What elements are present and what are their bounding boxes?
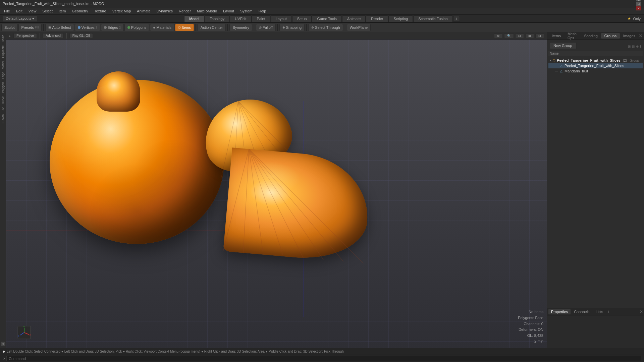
new-group-button[interactable]: New Group	[550, 42, 577, 49]
tab-render[interactable]: Render	[366, 15, 388, 22]
viewport-raygl-button[interactable]: Ray GL: Off	[69, 33, 93, 38]
select-through-button[interactable]: ⊙ Select Through	[308, 24, 343, 31]
falloff-button[interactable]: ◎ Falloff	[256, 24, 276, 31]
menu-system[interactable]: System	[237, 8, 255, 14]
rp-tab-items[interactable]: Items	[548, 33, 564, 39]
menu-dynamics[interactable]: Dynamics	[154, 8, 175, 14]
sidebar-curve[interactable]: Curve	[1, 95, 5, 106]
sidebar-bottom-icon[interactable]: ⊡	[1, 342, 5, 346]
sidebar-polygon[interactable]: Polygon	[1, 81, 5, 95]
viewport-collapse[interactable]: ▸	[9, 34, 11, 38]
viewport-advanced-button[interactable]: Advanced	[43, 33, 63, 38]
maximize-button[interactable]: □	[636, 1, 641, 6]
menu-render[interactable]: Render	[176, 8, 194, 14]
rp-tab-shading[interactable]: Shading	[581, 33, 601, 39]
mesh-icon-2: △	[560, 69, 562, 73]
menu-edit[interactable]: Edit	[13, 8, 25, 14]
tab-uvedit[interactable]: UVEdit	[230, 15, 251, 22]
tab-scripting[interactable]: Scripting	[388, 15, 413, 22]
scene-column-header: Name	[548, 51, 643, 56]
menu-animate[interactable]: Animate	[134, 8, 153, 14]
viewport-ctrl-3[interactable]: ⊡	[515, 34, 524, 38]
tab-paint[interactable]: Paint	[252, 15, 270, 22]
sidebar-fusion[interactable]: Fusion	[1, 113, 5, 125]
scene-panel-icon-2[interactable]: ⊟	[632, 45, 635, 48]
rp-tab-mesh-ops[interactable]: Mesh Ops	[564, 31, 581, 41]
snapping-label: Snapping	[286, 25, 302, 29]
menu-select[interactable]: Select	[40, 8, 55, 14]
toolbar-sep-2	[196, 24, 196, 31]
action-center-button[interactable]: Action Center	[198, 24, 226, 31]
menu-texture[interactable]: Texture	[92, 8, 109, 14]
bp-tab-add[interactable]: +	[607, 309, 610, 314]
toolbar-sep-1	[43, 24, 44, 31]
close-button[interactable]: ✕	[636, 6, 641, 11]
menu-view[interactable]: View	[26, 8, 39, 14]
snapping-button[interactable]: ⊕ Snapping	[279, 24, 305, 31]
rp-tab-images[interactable]: Images	[620, 33, 639, 39]
bp-tab-properties[interactable]: Properties	[548, 309, 571, 314]
viewport-ctrl-5[interactable]: ⊟	[535, 34, 544, 38]
viewport[interactable]: ▸ Perspective Advanced Ray GL: Off ⊕ 🔍 ⊡…	[6, 32, 547, 348]
viewport-canvas[interactable]: No Items Polygons: Face Channels: 0 Defo…	[6, 40, 547, 348]
viewport-perspective-button[interactable]: Perspective	[13, 33, 37, 38]
sidebar-model[interactable]: Model	[1, 60, 5, 71]
edges-button[interactable]: Edges 2	[101, 24, 124, 31]
bp-tab-lists[interactable]: Lists	[593, 309, 606, 314]
symmetry-button[interactable]: Symmetry	[229, 24, 252, 31]
viewport-ctrl-2[interactable]: 🔍	[504, 34, 514, 38]
menu-geometry[interactable]: Geometry	[69, 8, 91, 14]
scene-item-mesh-2[interactable]: — △ Mandarin_fruit	[548, 68, 643, 74]
select-through-label: Select Through	[315, 25, 340, 29]
menu-layout[interactable]: Layout	[220, 8, 237, 14]
tab-layout[interactable]: Layout	[271, 15, 292, 22]
menu-help[interactable]: Help	[256, 8, 269, 14]
falloff-icon: ◎	[259, 26, 262, 29]
tab-model[interactable]: Model	[184, 15, 204, 22]
rp-tab-groups[interactable]: Groups	[601, 33, 620, 39]
presets-label: Presets	[21, 25, 34, 29]
tab-animate[interactable]: Animate	[342, 15, 366, 22]
menu-file[interactable]: File	[1, 8, 13, 14]
viewport-ctrl-4[interactable]: ⊞	[525, 34, 534, 38]
items-button[interactable]: ⬡ Items	[175, 24, 194, 31]
no-items-text: No Items	[518, 309, 543, 315]
scene-item-group-root[interactable]: ▾ ⬡ Peeled_Tangerine_Fruit_with_Slices (…	[548, 58, 643, 63]
materials-button[interactable]: ◈ Materials	[150, 24, 174, 31]
menu-maxtomodo[interactable]: MaxToModo	[194, 8, 220, 14]
polygons-button[interactable]: Polygons	[124, 24, 149, 31]
scene-panel-icon-1[interactable]: ⊞	[628, 45, 631, 48]
polygons-text: Polygons: Face	[518, 315, 543, 321]
scene-group-label: Peeled_Tangerine_Fruit_with_Slices	[557, 58, 621, 62]
command-input[interactable]	[6, 356, 641, 361]
axis-indicator: x y z	[16, 324, 33, 341]
tab-topology[interactable]: Topology	[205, 15, 229, 22]
scene-panel-icon-4[interactable]: ℹ	[640, 45, 641, 48]
vertices-dot	[78, 26, 80, 29]
scene-panel-icon-3[interactable]: ⊕	[636, 45, 639, 48]
menu-vertex-map[interactable]: Vertex Map	[110, 8, 134, 14]
presets-button[interactable]: Presets Fill	[18, 24, 42, 31]
scene-item-mesh-1[interactable]: — △ Peeled_Tangerine_Fruit_with_Slices	[548, 63, 643, 68]
sidebar-uv[interactable]: UV	[1, 106, 5, 113]
tab-schematic-fusion[interactable]: Schematic Fusion	[413, 15, 452, 22]
group-icon: ⬡	[553, 59, 555, 62]
layout-dropdown[interactable]: Default Layouts ▾	[3, 15, 38, 22]
auto-select-button[interactable]: ⊞ Auto Select	[45, 24, 74, 31]
svg-line-14	[240, 149, 373, 263]
scene-panel: New Group ⊞ ⊟ ⊕ ℹ Name ▾ ⬡ Peeled_Tanger…	[547, 40, 644, 308]
sidebar-edge[interactable]: Edge	[1, 71, 5, 80]
workplane-button[interactable]: WorkPlane	[347, 24, 371, 31]
sidebar-basic[interactable]: Basic	[1, 34, 5, 44]
vertices-button[interactable]: Vertices 2	[75, 24, 100, 31]
bp-tab-channels[interactable]: Channels	[571, 309, 592, 314]
viewport-ctrl-1[interactable]: ⊕	[494, 34, 503, 38]
sidebar-duplicate[interactable]: Duplicate	[1, 44, 5, 59]
tab-game-tools[interactable]: Game Tools	[312, 15, 342, 22]
sculpt-button[interactable]: Sculpt	[1, 24, 18, 31]
bp-tab-expand[interactable]: ✕	[640, 309, 643, 314]
tab-setup[interactable]: Setup	[292, 15, 312, 22]
tab-add-button[interactable]: +	[453, 16, 460, 22]
menu-item[interactable]: Item	[56, 8, 68, 14]
rp-tab-expand[interactable]: ✕	[639, 33, 643, 39]
